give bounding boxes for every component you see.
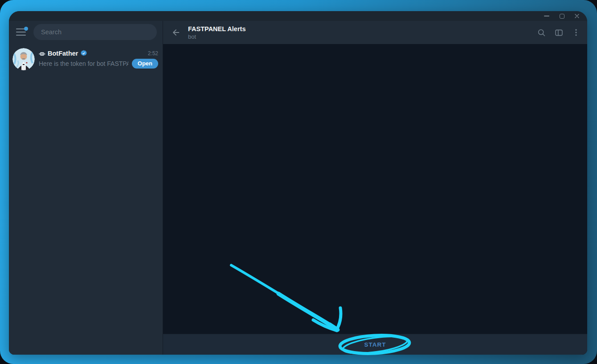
- sidebar-toggle-button[interactable]: [552, 26, 565, 39]
- chat-header: FASTPANEL Alerts bot: [163, 21, 587, 44]
- search-field-wrapper: [33, 24, 157, 40]
- chat-message-preview: Here is the token for bot FASTPA...: [39, 60, 128, 67]
- chat-time: 2:52: [148, 50, 158, 57]
- bot-icon: [39, 50, 45, 57]
- kebab-icon: [572, 28, 581, 37]
- desktop-background: BotFather 2:52 Here is t: [0, 0, 597, 364]
- chat-header-actions: [535, 26, 583, 39]
- chat-name: BotFather: [48, 50, 78, 57]
- open-bot-button[interactable]: Open: [132, 59, 158, 69]
- chat-item-text: BotFather 2:52 Here is t: [39, 50, 158, 69]
- chat-title: FASTPANEL Alerts: [188, 25, 245, 32]
- search-icon: [537, 28, 546, 37]
- verified-icon: [80, 50, 87, 57]
- telegram-window: BotFather 2:52 Here is t: [9, 11, 587, 355]
- back-button[interactable]: [169, 26, 183, 39]
- back-icon: [171, 28, 181, 37]
- start-button-label: START: [364, 341, 386, 348]
- minimize-icon: [544, 16, 549, 16]
- main-menu-button[interactable]: [16, 28, 27, 36]
- sidebar-toggle-icon: [554, 28, 564, 37]
- maximize-button[interactable]: [554, 11, 569, 21]
- unread-indicator-dot: [24, 27, 28, 31]
- minimize-button[interactable]: [539, 11, 554, 21]
- chat-menu-button[interactable]: [569, 26, 583, 39]
- chat-list-sidebar: BotFather 2:52 Here is t: [9, 21, 163, 355]
- sidebar-topbar: [9, 21, 163, 43]
- main-content: BotFather 2:52 Here is t: [9, 21, 587, 355]
- close-icon: [574, 13, 580, 19]
- maximize-icon: [560, 14, 564, 19]
- message-area: [163, 44, 587, 334]
- chat-search-button[interactable]: [535, 26, 548, 39]
- chat-list: BotFather 2:52 Here is t: [9, 43, 163, 355]
- start-bot-button[interactable]: START: [163, 334, 587, 355]
- search-input[interactable]: [41, 28, 149, 36]
- chat-panel: FASTPANEL Alerts bot: [163, 21, 587, 355]
- chat-list-item-botfather[interactable]: BotFather 2:52 Here is t: [9, 45, 163, 73]
- chat-subtitle: bot: [188, 33, 245, 40]
- chat-title-block: FASTPANEL Alerts bot: [188, 25, 245, 40]
- close-button[interactable]: [569, 11, 585, 21]
- titlebar: [9, 11, 587, 21]
- avatar: [12, 48, 35, 70]
